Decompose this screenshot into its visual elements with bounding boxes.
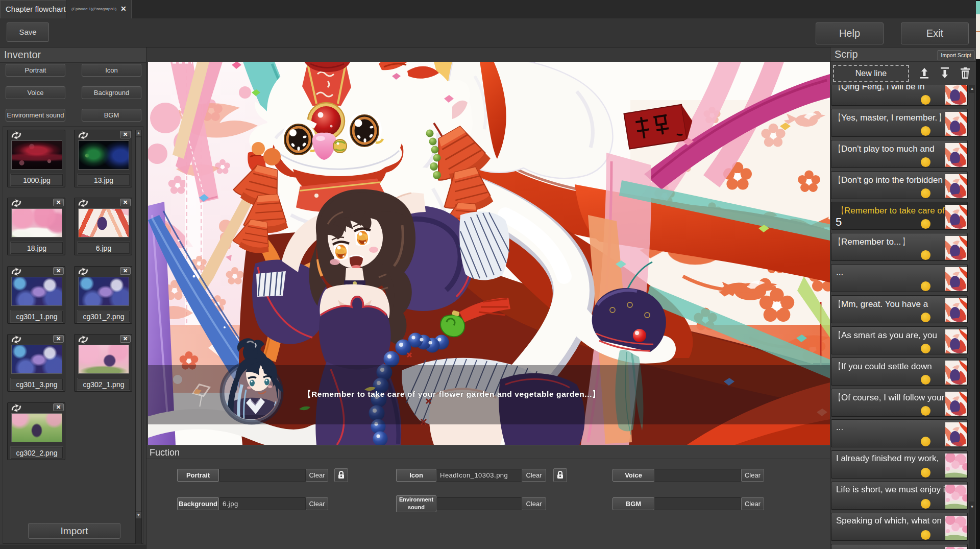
svg-text:【Remember to take care of your: 【Remember to take care of your flower ga… [303,390,600,398]
